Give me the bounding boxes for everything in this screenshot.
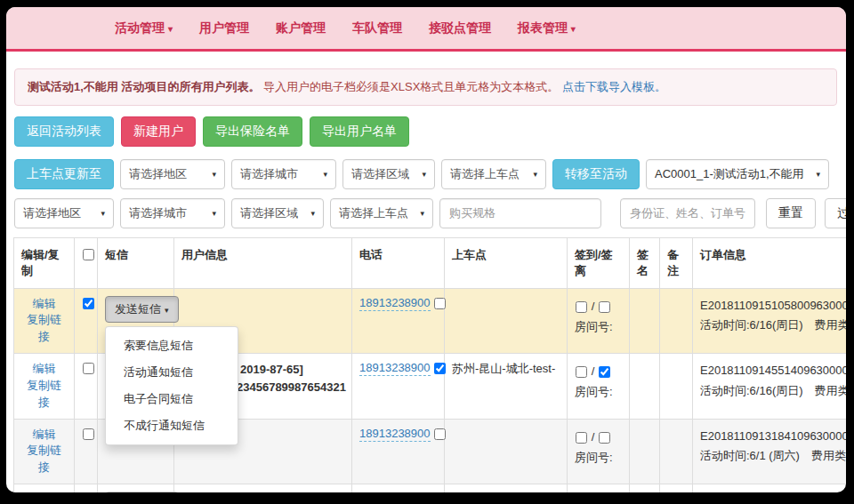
phone-checkbox[interactable]: [434, 298, 446, 309]
room-label: 房间号:: [575, 320, 613, 333]
nav-item-shuttle-point-mgmt[interactable]: 接驳点管理: [429, 20, 491, 36]
phone-link[interactable]: 18913238900: [359, 427, 431, 442]
row-checkbox[interactable]: [83, 428, 94, 440]
menu-item-activity-notice-sms[interactable]: 活动通知短信: [106, 359, 238, 386]
app-window: 活动管理 ▾ 用户管理 账户管理 车队管理 接驳点管理 报表管理 ▾ 测试活动1…: [6, 7, 846, 492]
user-info-cell: 李五 [不明 2019-01-31] 台胞证: ef4334: [174, 484, 352, 492]
sign-out-checkbox[interactable]: [599, 432, 610, 444]
sign-out-checkbox[interactable]: [599, 366, 610, 378]
city-select[interactable]: 请选择城市▾: [231, 159, 336, 189]
page-alert: 测试活动1,不能用 活动项目的所有用户列表。 导入用户的电子档必须是XLSX格式…: [14, 68, 837, 106]
menu-item-e-contract-sms[interactable]: 电子合同短信: [106, 386, 238, 412]
sign-in-checkbox[interactable]: [576, 432, 587, 444]
search-region-select[interactable]: 请选择地区▾: [14, 198, 114, 228]
download-template-link[interactable]: 点击下载导入模板。: [562, 80, 666, 93]
order-meta: 活动时间:6/1 (周六) 费用类型: [700, 449, 846, 462]
pickup-cell: [445, 288, 568, 354]
caret-down-icon: ▾: [212, 209, 216, 218]
order-number: E2018110913184109630000315: [700, 429, 846, 443]
reset-button[interactable]: 重置: [766, 198, 816, 228]
nav-item-user-mgmt[interactable]: 用户管理: [199, 20, 249, 36]
filter-button[interactable]: 过滤: [825, 198, 846, 228]
nav-item-fleet-mgmt[interactable]: 车队管理: [352, 20, 402, 36]
header-note: 备注: [660, 237, 693, 288]
spec-input[interactable]: [439, 198, 601, 228]
phone-link[interactable]: 18913238900: [359, 296, 431, 311]
caret-down-icon: ▾: [101, 209, 105, 218]
search-city-select[interactable]: 请选择城市▾: [120, 198, 225, 228]
caret-down-icon: ▾: [323, 170, 327, 179]
header-pickup: 上车点: [445, 237, 568, 288]
pickup-update-filter-row: 上车点更新至 请选择地区▾ 请选择城市▾ 请选择区域▾ 请选择上车点▾ 转移至活…: [14, 159, 846, 189]
header-order-info: 订单信息: [693, 237, 847, 288]
caret-down-icon: ▾: [310, 209, 315, 218]
search-district-select[interactable]: 请选择区域▾: [231, 198, 324, 228]
chevron-down-icon: ▾: [168, 24, 173, 34]
pickup-cell: [445, 484, 568, 492]
phone-link[interactable]: 18913238900: [359, 492, 431, 492]
order-info-cell: E2018110915105800963000025 活动时间:6/16(周日)…: [693, 288, 847, 354]
header-sms: 短信: [98, 237, 174, 288]
signature-cell: [630, 484, 660, 492]
update-pickup-button[interactable]: 上车点更新至: [14, 159, 114, 189]
order-number: E2018110915105800963000025: [700, 299, 846, 312]
table-row: 编辑 复制链接 发送短信▾ 李五 [不明 2019-01-31] 台胞证: ef…: [14, 484, 847, 492]
phone-checkbox[interactable]: [434, 428, 446, 440]
action-button-row: 返回活动列表 新建用户 导出保险名单 导出用户名单: [14, 116, 838, 147]
note-cell: [660, 288, 693, 354]
copy-link[interactable]: 复制链接: [21, 312, 67, 346]
edit-link[interactable]: 编辑: [21, 296, 67, 313]
menu-item-request-info-sms[interactable]: 索要信息短信: [106, 332, 238, 359]
export-insurance-button[interactable]: 导出保险名单: [203, 116, 302, 147]
row-checkbox[interactable]: [83, 298, 94, 309]
nav-item-activity-mgmt[interactable]: 活动管理 ▾: [115, 20, 173, 36]
note-cell: [660, 354, 693, 420]
export-users-button[interactable]: 导出用户名单: [310, 116, 409, 147]
send-sms-button[interactable]: 发送短信▾: [105, 492, 179, 492]
phone-link[interactable]: 18913238900: [359, 361, 431, 376]
search-filter-row: 请选择地区▾ 请选择城市▾ 请选择区域▾ 请选择上车点▾ 重置 过滤: [14, 198, 846, 228]
phone-checkbox[interactable]: [434, 363, 446, 374]
note-cell: [660, 419, 693, 484]
order-meta: 活动时间:6/16(周日) 费用类型: [700, 384, 846, 397]
order-info-cell: E2018110913184109630000315 活动时间:6/1 (周六)…: [693, 419, 847, 484]
nav-item-report-mgmt[interactable]: 报表管理 ▾: [518, 20, 576, 36]
copy-link[interactable]: 复制链接: [21, 378, 67, 412]
search-pickup-point-select[interactable]: 请选择上车点▾: [330, 198, 433, 228]
select-all-checkbox[interactable]: [83, 249, 94, 260]
send-sms-button[interactable]: 发送短信▾: [105, 296, 179, 323]
sign-in-checkbox[interactable]: [576, 301, 587, 313]
new-user-button[interactable]: 新建用户: [121, 116, 196, 147]
edit-link[interactable]: 编辑: [21, 492, 67, 492]
room-label: 房间号:: [575, 451, 613, 464]
alert-activity-title: 测试活动1,不能用 活动项目的所有用户列表。: [28, 80, 260, 93]
note-cell: [660, 484, 693, 492]
region-select[interactable]: 请选择地区▾: [120, 159, 225, 189]
copy-link[interactable]: 复制链接: [21, 443, 67, 476]
user-table: 编辑/复制 短信 用户信息 电话 上车点 签到/签离 签名 备注 订单信息 编辑…: [13, 237, 846, 492]
table-row: 编辑 复制链接 发送短信▾ 索要信息短信 活动通知短信 电子合同短信 不成行通知…: [14, 288, 847, 354]
row-checkbox[interactable]: [83, 363, 94, 374]
header-phone: 电话: [352, 237, 445, 288]
sign-out-checkbox[interactable]: [599, 301, 610, 313]
sign-cell: / 房间号:: [568, 484, 630, 492]
header-signature: 签名: [630, 237, 660, 288]
header-user-info: 用户信息: [174, 237, 352, 288]
menu-item-cancel-notice-sms[interactable]: 不成行通知短信: [106, 412, 238, 439]
edit-link[interactable]: 编辑: [21, 361, 67, 378]
back-to-activity-list-button[interactable]: 返回活动列表: [14, 116, 114, 147]
edit-link[interactable]: 编辑: [21, 427, 67, 444]
transfer-to-activity-button[interactable]: 转移至活动: [552, 159, 640, 189]
order-info-cell: E2018110914551409630000195 活动时间:6/16(周日)…: [693, 354, 847, 420]
district-select[interactable]: 请选择区域▾: [342, 159, 435, 189]
room-label: 房间号:: [575, 385, 613, 398]
alert-body-text: 导入用户的电子档必须是XLSX格式且单元格为文本格式。: [263, 80, 559, 93]
nav-item-account-mgmt[interactable]: 账户管理: [276, 20, 326, 36]
search-input[interactable]: [620, 198, 755, 228]
caret-down-icon: ▾: [165, 306, 169, 315]
transfer-activity-select[interactable]: AC0001_1-测试活动1,不能用▾: [646, 159, 829, 189]
order-info-cell: E2018100115550109630000035 活动时间:6/16(周日)…: [693, 484, 847, 492]
pickup-point-select[interactable]: 请选择上车点▾: [441, 159, 546, 189]
sign-in-checkbox[interactable]: [576, 366, 587, 378]
pickup-cell: 苏州-昆山-城北-test-: [445, 354, 568, 420]
